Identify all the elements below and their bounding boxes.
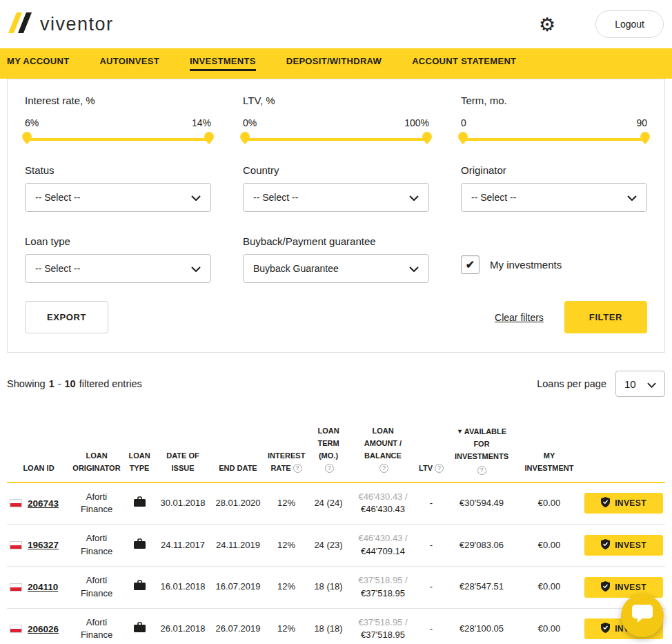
- sort-desc-icon: ▼: [457, 427, 463, 437]
- interest-rate-min-value: 6%: [25, 117, 39, 128]
- slider-handle-max-icon[interactable]: [204, 132, 214, 144]
- chevron-down-icon: [409, 192, 419, 203]
- col-header-loan-originator: LOAN ORIGINATOR: [70, 408, 123, 482]
- slider-handle-max-icon[interactable]: [422, 132, 432, 144]
- loan-id-link[interactable]: 206026: [28, 623, 59, 636]
- interest-rate-max-value: 14%: [192, 117, 211, 128]
- term-slider-track[interactable]: [461, 138, 647, 141]
- viventor-logo[interactable]: viventor: [8, 12, 114, 36]
- loan-type-cell: [123, 566, 156, 608]
- chevron-down-icon: [191, 263, 201, 274]
- filter-button[interactable]: FILTER: [564, 301, 647, 333]
- originator-cell: Aforti Finance: [70, 566, 123, 608]
- loan-id-link[interactable]: 206743: [28, 497, 59, 511]
- originator-select[interactable]: -- Select --: [461, 183, 647, 212]
- available-cell: €28'100.05: [447, 608, 516, 644]
- slider-handle-min-icon[interactable]: [458, 132, 468, 144]
- guarantee-select[interactable]: Buyback Guarantee: [243, 254, 429, 283]
- chevron-down-icon: [191, 192, 201, 203]
- checkmark-icon: ✔: [466, 258, 475, 271]
- table-row: 196327 Aforti Finance 24.11.2017 24.11.2…: [7, 525, 665, 567]
- amount-balance-cell: €37'518.95 / €37'518.95: [350, 566, 415, 608]
- ltv-cell: -: [415, 482, 447, 525]
- col-header-loan-type: LOAN TYPE: [123, 408, 156, 482]
- slider-handle-min-icon[interactable]: [240, 132, 250, 144]
- nav-item-my-account[interactable]: MY ACCOUNT: [7, 56, 69, 71]
- help-icon[interactable]: ?: [293, 464, 302, 473]
- invest-button[interactable]: INVEST: [584, 577, 663, 598]
- loans-per-page-select[interactable]: 10: [615, 371, 665, 397]
- help-icon[interactable]: ?: [325, 464, 334, 473]
- slider-handle-min-icon[interactable]: [22, 132, 32, 144]
- ltv-slider-track[interactable]: [243, 138, 429, 141]
- my-investments-checkbox[interactable]: ✔: [461, 255, 480, 274]
- loan-id-link[interactable]: 196327: [28, 538, 59, 552]
- status-select[interactable]: -- Select --: [25, 183, 211, 212]
- clear-filters-link[interactable]: Clear filters: [495, 312, 544, 323]
- nav-item-account-statement[interactable]: ACCOUNT STATEMENT: [412, 56, 516, 71]
- col-header-available[interactable]: ▼AVAILABLE FOR INVESTMENTS?: [447, 408, 516, 482]
- my-investment-cell: €0.00: [516, 566, 582, 608]
- ltv-max-value: 100%: [404, 117, 429, 128]
- my-investment-cell: €0.00: [516, 525, 582, 567]
- chevron-down-icon: [409, 263, 419, 274]
- poland-flag-icon: [10, 541, 22, 549]
- amount-balance-cell: €37'518.95 / €37'518.95: [350, 608, 415, 644]
- col-header-end-date: END DATE: [210, 408, 266, 482]
- my-investments-field: ✔ My investments: [461, 235, 647, 283]
- col-header-loan-id: LOAN ID: [7, 408, 70, 482]
- list-controls: Showing 1 - 10 filtered entries Loans pe…: [7, 371, 665, 397]
- available-cell: €28'547.51: [447, 566, 516, 608]
- my-investments-label: My investments: [490, 259, 562, 271]
- originator-field: Originator -- Select --: [461, 164, 647, 212]
- help-icon[interactable]: ?: [435, 464, 444, 473]
- invest-button-label: INVEST: [615, 540, 646, 550]
- loan-amount: €37'518.95 /: [352, 574, 414, 587]
- loans-table: LOAN ID LOAN ORIGINATOR LOAN TYPE DATE O…: [7, 408, 665, 644]
- logout-button[interactable]: Logout: [595, 10, 664, 38]
- table-row: 206743 Aforti Finance 30.01.2018 28.01.2…: [7, 482, 665, 525]
- ltv-min-value: 0%: [243, 117, 257, 128]
- col-header-interest-rate: INTEREST RATE?: [266, 408, 306, 482]
- loan-type-cell: [123, 482, 156, 525]
- table-row: 206026 Aforti Finance 26.01.2018 26.07.2…: [7, 608, 665, 644]
- top-header: viventor ⚙ Logout: [0, 0, 672, 48]
- nav-item-investments[interactable]: INVESTMENTS: [190, 56, 256, 71]
- help-icon[interactable]: ?: [379, 464, 388, 473]
- guarantee-label: Buyback/Payment guarantee: [243, 235, 429, 247]
- shield-icon: [601, 581, 610, 594]
- originator-label: Originator: [461, 164, 647, 176]
- loan-type-select[interactable]: -- Select --: [25, 254, 211, 283]
- help-icon[interactable]: ?: [477, 466, 486, 475]
- loan-id-link[interactable]: 204110: [28, 580, 58, 594]
- available-cell: €29'083.06: [447, 525, 516, 567]
- ltv-cell: -: [415, 566, 447, 608]
- end-date-cell: 26.07.2019: [210, 608, 266, 644]
- end-date-cell: 24.11.2019: [210, 525, 266, 567]
- end-date-cell: 16.07.2019: [210, 566, 266, 608]
- invest-button[interactable]: INVEST: [584, 493, 663, 514]
- loan-amount: €46'430.43 /: [352, 532, 414, 545]
- interest-rate-slider-track[interactable]: [25, 138, 211, 141]
- date-of-issue-cell: 30.01.2018: [156, 482, 210, 525]
- chat-widget-button[interactable]: [621, 594, 664, 637]
- loan-term-cell: 18 (18): [306, 608, 350, 644]
- chevron-down-icon: [647, 378, 656, 390]
- loans-per-page-label: Loans per page: [537, 378, 606, 389]
- showing-to: 10: [65, 378, 76, 389]
- country-select[interactable]: -- Select --: [243, 183, 429, 212]
- my-investment-cell: €0.00: [516, 608, 582, 644]
- loan-type-cell: [123, 525, 156, 567]
- settings-gear-icon[interactable]: ⚙: [539, 15, 555, 34]
- chat-bubble-icon: [632, 605, 653, 627]
- nav-item-autoinvest[interactable]: AUTOINVEST: [99, 56, 159, 71]
- loan-balance: €37'518.95: [352, 587, 414, 601]
- interest-rate-cell: 12%: [266, 482, 306, 525]
- chevron-down-icon: [627, 192, 637, 203]
- amount-balance-cell: €46'430.43 / €44'709.14: [350, 525, 415, 567]
- col-header-loan-term: LOAN TERM (MO.)?: [306, 408, 350, 482]
- slider-handle-max-icon[interactable]: [640, 132, 650, 144]
- invest-button[interactable]: INVEST: [584, 535, 663, 556]
- export-button[interactable]: EXPORT: [25, 301, 108, 333]
- nav-item-deposit-withdraw[interactable]: DEPOSIT/WITHDRAW: [286, 56, 382, 71]
